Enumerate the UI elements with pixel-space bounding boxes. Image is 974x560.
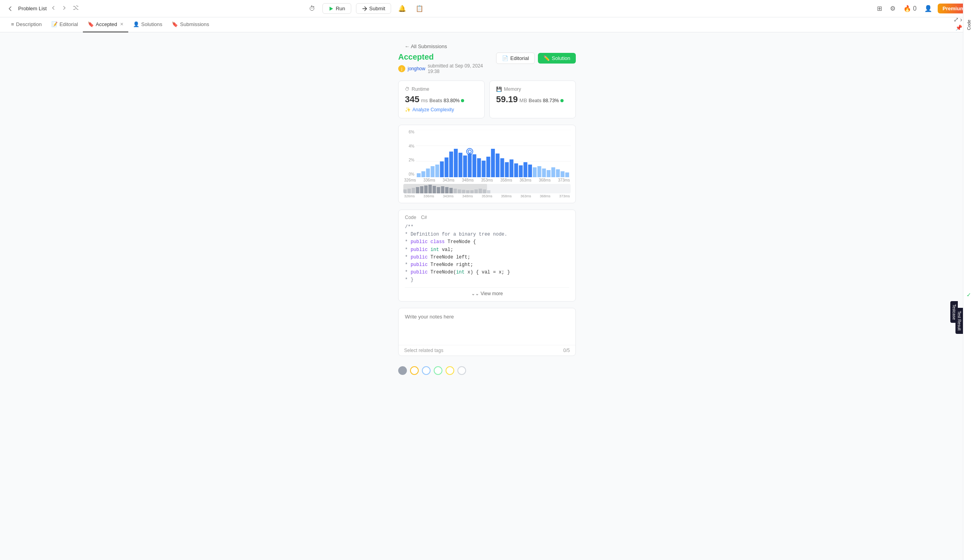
svg-rect-27: [509, 159, 513, 177]
tag-circle-yellow[interactable]: [410, 366, 419, 375]
svg-rect-14: [459, 153, 463, 177]
shuffle-button[interactable]: [71, 3, 81, 14]
svg-rect-21: [482, 161, 486, 177]
svg-rect-23: [491, 149, 495, 177]
analyze-icon: ✨: [405, 107, 411, 112]
tab-submissions[interactable]: 🔖 Submissions: [167, 17, 214, 32]
user-icon-button[interactable]: 👤: [922, 3, 935, 14]
bell-icon-button[interactable]: 🔔: [396, 3, 408, 14]
layout-icon-button[interactable]: ⊞: [875, 3, 884, 14]
tab-accepted[interactable]: 🔖 Accepted ✕: [83, 17, 128, 32]
tags-count: 0/5: [563, 348, 570, 353]
svg-rect-28: [514, 163, 518, 177]
runtime-green-dot: [461, 99, 464, 102]
submissions-icon: 🔖: [172, 21, 178, 27]
nav-left: Problem List: [5, 3, 81, 14]
code-language: C#: [421, 215, 427, 220]
memory-beats: Beats 88.73%: [529, 98, 564, 103]
test-result-tab[interactable]: Test Result: [955, 308, 963, 333]
notes-textarea[interactable]: [399, 308, 575, 344]
notes-tags-row: Select related tags 0/5: [399, 345, 575, 356]
svg-rect-22: [486, 157, 490, 177]
svg-rect-33: [538, 166, 541, 177]
editorial-icon: 📝: [51, 21, 58, 27]
tags-circles: [398, 362, 576, 379]
header-buttons: 📄 Editorial ✏️ Solution: [496, 52, 576, 64]
pin-icon-button[interactable]: 📌: [955, 24, 962, 31]
stats-row: ⏱ Runtime 345 ms Beats 83.80% ✨ Analyze …: [398, 81, 576, 118]
minimap-svg: [403, 184, 571, 193]
runtime-value: 345 ms Beats 83.80%: [405, 94, 478, 105]
top-navigation: Problem List ⏱ Run Submit 🔔 📋 ⊞ ⚙ 🔥 0 👤 …: [0, 0, 974, 17]
tag-circle-blue[interactable]: [422, 366, 431, 375]
chart-svg: [416, 130, 571, 177]
svg-rect-39: [565, 172, 569, 177]
chart-minimap: [403, 184, 571, 193]
right-sidebar: Code ✓ Testcase Test Result: [963, 0, 974, 560]
svg-point-18: [468, 150, 471, 153]
code-label: Code: [405, 215, 416, 220]
main-content: ← All Submissions Accepted j jonghow sub…: [0, 32, 974, 560]
top-right-corner-icons: ⤢ ›: [953, 16, 962, 23]
tab-bar: ≡ Description 📝 Editorial 🔖 Accepted ✕ 👤…: [0, 17, 974, 32]
svg-rect-13: [454, 149, 458, 177]
code-header: Code C#: [405, 215, 569, 220]
tab-description[interactable]: ≡ Description: [6, 17, 47, 32]
editorial-button[interactable]: 📄 Editorial: [496, 52, 535, 64]
memory-label: 💾 Memory: [496, 86, 569, 92]
view-more-button[interactable]: ⌄⌄ View more: [405, 287, 569, 296]
chart-wrapper: 6% 4% 2% 0%: [403, 130, 571, 177]
tags-label: Select related tags: [404, 348, 443, 353]
accepted-title: Accepted: [398, 52, 496, 62]
settings-icon-button[interactable]: ⚙: [888, 3, 898, 14]
chart-container: 6% 4% 2% 0%: [398, 125, 576, 203]
analyze-link[interactable]: ✨ Analyze Complexity: [405, 107, 478, 112]
tag-circle-yellow2[interactable]: [446, 366, 454, 375]
problem-list-link[interactable]: Problem List: [18, 6, 47, 11]
svg-rect-25: [500, 158, 504, 177]
back-button[interactable]: [5, 3, 16, 14]
sidebar-checkmark-icon[interactable]: ✓: [967, 292, 971, 298]
user-avatar: j: [398, 65, 405, 72]
code-sidebar-tab[interactable]: Code: [966, 17, 972, 32]
svg-rect-30: [523, 162, 527, 177]
collapse-panel-button[interactable]: ›: [960, 16, 962, 23]
tab-editorial[interactable]: 📝 Editorial: [47, 17, 83, 32]
svg-rect-7: [426, 169, 430, 177]
svg-rect-37: [556, 169, 560, 177]
timer-icon-button[interactable]: ⏱: [307, 4, 318, 14]
editorial-btn-icon: 📄: [502, 55, 508, 61]
x-axis-labels: 326ms 336ms 343ms 348ms 353ms 358ms 363m…: [403, 178, 571, 182]
run-button[interactable]: Run: [322, 3, 351, 14]
nav-prev-button[interactable]: [49, 4, 58, 13]
memory-icon: 💾: [496, 86, 502, 92]
content-panel: ← All Submissions Accepted j jonghow sub…: [398, 40, 576, 552]
chevron-down-icon: ⌄⌄: [471, 291, 479, 296]
tag-circle-gray[interactable]: [398, 366, 407, 375]
svg-rect-32: [533, 167, 537, 177]
svg-rect-26: [505, 162, 509, 177]
note-icon-button[interactable]: 📋: [413, 3, 426, 14]
submit-button[interactable]: Submit: [356, 3, 391, 14]
nav-next-button[interactable]: [60, 4, 69, 13]
svg-rect-20: [477, 158, 481, 177]
svg-rect-19: [472, 154, 476, 177]
tag-circle-gray-light[interactable]: [457, 366, 466, 375]
svg-marker-0: [330, 7, 333, 11]
username[interactable]: jonghow: [408, 66, 425, 71]
expand-icon-button[interactable]: ⤢: [953, 16, 959, 23]
nav-center: ⏱ Run Submit 🔔 📋: [307, 3, 426, 14]
memory-value: 59.19 MB Beats 88.73%: [496, 94, 569, 105]
tag-circle-green[interactable]: [434, 366, 442, 375]
accepted-header: Accepted j jonghow submitted at Sep 09, …: [398, 52, 576, 74]
accepted-tab-close[interactable]: ✕: [120, 22, 124, 27]
svg-rect-34: [542, 169, 546, 177]
all-submissions-link[interactable]: ← All Submissions: [405, 43, 447, 49]
fire-icon-button[interactable]: 🔥 0: [901, 3, 919, 14]
svg-rect-29: [519, 165, 523, 177]
tab-solutions[interactable]: 👤 Solutions: [128, 17, 167, 32]
submitted-at: submitted at Sep 09, 2024 19:38: [428, 63, 496, 74]
solution-button[interactable]: ✏️ Solution: [538, 53, 576, 64]
solutions-icon: 👤: [133, 21, 139, 27]
solution-btn-icon: ✏️: [543, 55, 550, 61]
